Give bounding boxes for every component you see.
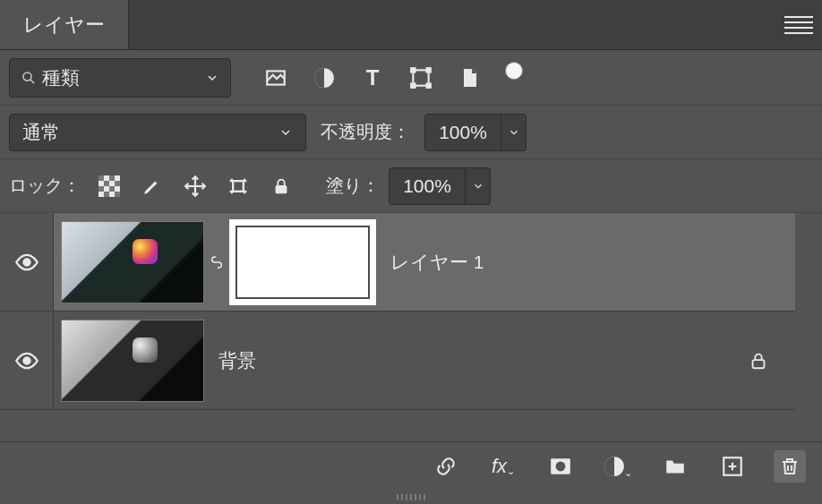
svg-rect-16 xyxy=(104,192,109,197)
adjustment-filter-icon[interactable] xyxy=(312,65,337,90)
lock-all-icon[interactable] xyxy=(269,174,294,199)
image-filter-icon[interactable] xyxy=(263,65,288,90)
lock-transparency-icon[interactable] xyxy=(97,174,122,199)
layer-thumbnail[interactable] xyxy=(61,320,204,402)
shape-filter-icon[interactable] xyxy=(408,65,433,90)
search-icon xyxy=(21,70,37,86)
svg-rect-17 xyxy=(115,192,120,197)
tab-layers[interactable]: レイヤー xyxy=(0,0,129,49)
layer-name[interactable]: 背景 xyxy=(218,348,256,373)
svg-rect-5 xyxy=(411,68,415,72)
new-adjustment-icon[interactable]: ⌄ xyxy=(602,450,634,483)
bottom-toolbar: fx⌄ ⌄ xyxy=(0,441,822,490)
lock-row: ロック： 塗り： 100% xyxy=(0,159,822,213)
filter-toggle[interactable] xyxy=(505,62,523,80)
delete-layer-icon[interactable] xyxy=(774,450,806,483)
new-group-icon[interactable] xyxy=(659,450,691,483)
panel-footer: fx⌄ ⌄ xyxy=(0,413,822,504)
visibility-toggle[interactable] xyxy=(0,213,54,311)
fill-dropdown-button[interactable] xyxy=(466,167,491,205)
svg-rect-12 xyxy=(104,181,109,186)
visibility-toggle[interactable] xyxy=(0,312,54,409)
svg-rect-7 xyxy=(411,83,415,87)
svg-rect-6 xyxy=(427,68,431,72)
smartobject-filter-icon[interactable] xyxy=(457,65,482,90)
svg-rect-14 xyxy=(98,186,104,192)
fill-group: 塗り： 100% xyxy=(326,167,491,205)
fill-input[interactable]: 100% xyxy=(389,167,466,205)
opacity-dropdown-button[interactable] xyxy=(501,114,527,151)
fx-icon[interactable]: fx⌄ xyxy=(487,450,519,483)
lock-icons xyxy=(97,174,294,199)
tab-layers-label: レイヤー xyxy=(23,12,105,38)
layer-row[interactable]: レイヤー 1 xyxy=(0,213,795,312)
layer-mask-thumbnail[interactable] xyxy=(229,219,376,305)
resize-handle[interactable] xyxy=(397,494,425,500)
svg-line-1 xyxy=(30,80,34,83)
type-filter-icon[interactable]: T xyxy=(360,65,385,90)
svg-rect-11 xyxy=(109,175,115,181)
svg-rect-20 xyxy=(233,181,244,192)
panel-tabbar: レイヤー xyxy=(0,0,822,50)
layer-thumbnail[interactable] xyxy=(61,221,204,303)
blend-mode-select[interactable]: 通常 xyxy=(9,114,306,151)
svg-rect-13 xyxy=(115,181,120,186)
svg-rect-24 xyxy=(753,360,765,368)
chevron-down-icon xyxy=(205,71,219,85)
new-layer-icon[interactable] xyxy=(716,450,749,483)
kind-select-label: 種類 xyxy=(42,65,80,90)
kind-select[interactable]: 種類 xyxy=(9,58,231,98)
lock-paint-icon[interactable] xyxy=(140,174,165,199)
layers-list: レイヤー 1 背景 xyxy=(0,213,822,410)
svg-rect-10 xyxy=(98,175,104,181)
blend-mode-label: 通常 xyxy=(22,120,60,145)
filter-type-icons: T xyxy=(263,65,523,90)
opacity-label: 不透明度： xyxy=(321,120,410,144)
layer-lock-icon[interactable] xyxy=(749,351,768,371)
fill-label: 塗り： xyxy=(326,174,380,198)
layer-name[interactable]: レイヤー 1 xyxy=(390,250,484,275)
svg-point-22 xyxy=(23,259,30,265)
blend-row: 通常 不透明度： 100% xyxy=(0,106,822,159)
opacity-input[interactable]: 100% xyxy=(424,114,501,151)
svg-point-0 xyxy=(23,73,31,81)
lock-position-icon[interactable] xyxy=(183,174,208,199)
svg-rect-15 xyxy=(109,186,115,192)
lock-artboard-icon[interactable] xyxy=(226,174,251,199)
filter-row: 種類 T xyxy=(0,50,822,106)
chevron-down-icon xyxy=(278,125,293,140)
svg-point-26 xyxy=(556,461,566,471)
svg-rect-8 xyxy=(427,83,431,87)
panel-menu-icon[interactable] xyxy=(784,16,813,34)
layer-row[interactable]: 背景 xyxy=(0,312,795,410)
add-mask-icon[interactable] xyxy=(544,450,577,483)
svg-point-23 xyxy=(23,357,30,363)
svg-rect-21 xyxy=(276,185,287,193)
mask-link-icon[interactable] xyxy=(204,254,229,270)
link-layers-icon[interactable] xyxy=(430,450,462,483)
lock-label: ロック： xyxy=(9,174,81,198)
